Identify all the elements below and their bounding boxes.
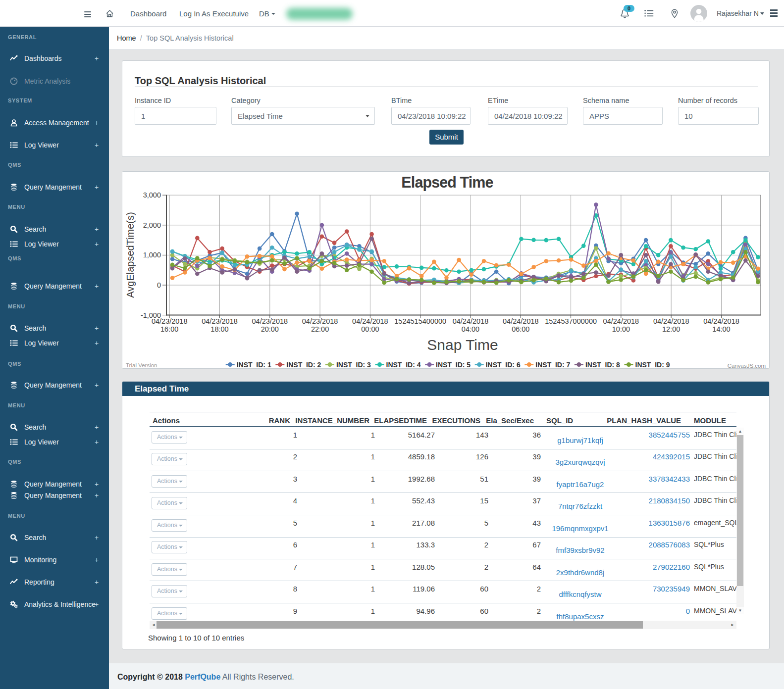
svg-text:04:00: 04:00 [462, 325, 479, 333]
svg-text:06:00: 06:00 [512, 325, 529, 333]
svg-text:04/24/2018: 04/24/2018 [653, 317, 689, 325]
svg-text:INST_ID: 4: INST_ID: 4 [386, 361, 421, 369]
svg-text:INST_ID: 3: INST_ID: 3 [336, 361, 371, 369]
svg-text:INST_ID: 6: INST_ID: 6 [486, 361, 521, 369]
svg-text:1524537000000: 1524537000000 [545, 317, 597, 325]
svg-text:04/23/2018: 04/23/2018 [252, 317, 288, 325]
svg-text:22:00: 22:00 [311, 325, 329, 333]
svg-text:04/24/2018: 04/24/2018 [603, 317, 639, 325]
svg-text:18:00: 18:00 [210, 325, 228, 333]
svg-text:INST_ID: 7: INST_ID: 7 [535, 361, 570, 369]
svg-text:Trial Version: Trial Version [126, 362, 157, 368]
svg-text:04/23/2018: 04/23/2018 [202, 317, 238, 325]
svg-text:04/24/2018: 04/24/2018 [503, 317, 539, 325]
svg-text:0: 0 [157, 281, 161, 289]
svg-text:16:00: 16:00 [160, 325, 178, 333]
svg-text:INST_ID: 8: INST_ID: 8 [585, 361, 620, 369]
svg-text:INST_ID: 2: INST_ID: 2 [286, 361, 321, 369]
svg-text:10:00: 10:00 [612, 325, 630, 333]
svg-text:04/24/2018: 04/24/2018 [352, 317, 388, 325]
svg-text:04/23/2018: 04/23/2018 [302, 317, 338, 325]
svg-text:1,000: 1,000 [143, 251, 161, 259]
svg-text:CanvasJS.com: CanvasJS.com [728, 363, 766, 368]
svg-text:INST_ID: 5: INST_ID: 5 [436, 361, 470, 369]
svg-text:00:00: 00:00 [361, 325, 379, 333]
svg-text:12:00: 12:00 [662, 325, 680, 333]
svg-text:04/24/2018: 04/24/2018 [703, 317, 739, 325]
svg-text:Snap Time: Snap Time [427, 337, 498, 353]
svg-text:3,000: 3,000 [143, 191, 161, 199]
svg-text:20:00: 20:00 [261, 325, 279, 333]
svg-text:14:00: 14:00 [712, 325, 730, 333]
svg-text:1524515400000: 1524515400000 [394, 317, 446, 325]
svg-text:INST_ID: 9: INST_ID: 9 [635, 361, 670, 369]
svg-text:AvgElapsedTime(s): AvgElapsedTime(s) [125, 212, 136, 297]
svg-text:Elapsed Time: Elapsed Time [401, 174, 493, 191]
svg-text:INST_ID: 1: INST_ID: 1 [237, 361, 271, 369]
svg-text:04/24/2018: 04/24/2018 [453, 317, 489, 325]
svg-text:2,000: 2,000 [143, 221, 161, 229]
svg-text:04/23/2018: 04/23/2018 [152, 317, 188, 325]
